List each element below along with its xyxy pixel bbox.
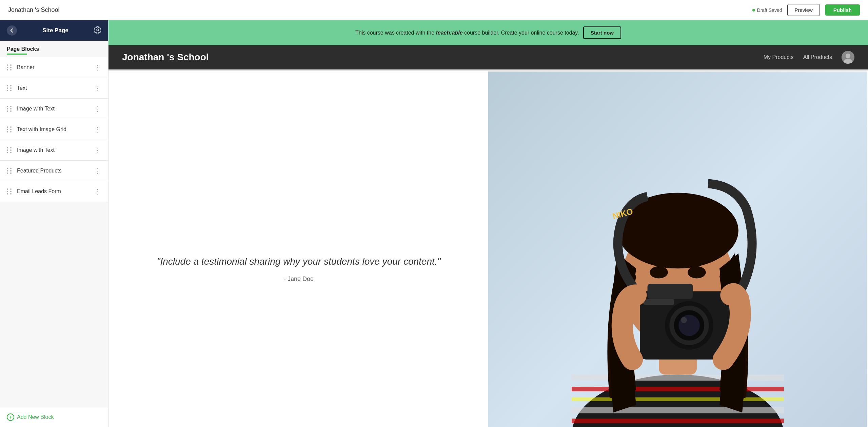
drag-handle-icon (7, 126, 12, 133)
sidebar-list: Banner ⋮ Text ⋮ Image with Text ⋮ (0, 57, 108, 407)
sidebar-item-label: Featured Products (17, 168, 62, 174)
more-options-icon[interactable]: ⋮ (94, 84, 101, 92)
start-now-button[interactable]: Start now (583, 26, 621, 39)
topbar-left: Jonathan 's School (8, 6, 60, 14)
publish-button[interactable]: Publish (825, 4, 860, 16)
drag-handle-icon (7, 168, 12, 174)
promo-brand: teach:able (436, 30, 462, 36)
sidebar-item-email-leads-form[interactable]: Email Leads Form ⋮ (0, 181, 108, 202)
draft-dot-icon (752, 9, 755, 12)
drag-handle-icon (7, 147, 12, 153)
sidebar: Site Page Page Blocks Banner ⋮ (0, 20, 108, 427)
site-nav-title: Jonathan 's School (122, 52, 209, 63)
svg-point-1 (846, 54, 850, 58)
promo-text: This course was created with the teach:a… (355, 30, 579, 36)
svg-rect-24 (644, 299, 674, 305)
promo-text-after: course builder. Create your online cours… (464, 30, 579, 36)
more-options-icon[interactable]: ⋮ (94, 125, 101, 134)
sidebar-item-left: Image with Text (7, 147, 55, 153)
sidebar-item-label: Text with Image Grid (17, 126, 66, 133)
drag-handle-icon (7, 106, 12, 112)
svg-point-23 (681, 317, 687, 323)
svg-rect-10 (572, 419, 784, 423)
sidebar-item-left: Email Leads Form (7, 188, 61, 195)
draft-saved-status: Draft Saved (752, 7, 782, 13)
testimonial-quote: "Include a testimonial sharing why your … (157, 255, 441, 269)
more-options-icon[interactable]: ⋮ (94, 167, 101, 175)
promo-text-before: This course was created with the (355, 30, 436, 36)
testimonial-section: "Include a testimonial sharing why your … (109, 72, 488, 427)
site-nav: Jonathan 's School My Products All Produ… (108, 45, 868, 69)
sidebar-item-left: Featured Products (7, 168, 62, 174)
site-nav-links: My Products All Products (764, 51, 854, 64)
site-nav-my-products[interactable]: My Products (764, 54, 794, 60)
sidebar-header-title: Site Page (42, 27, 68, 34)
preview-button[interactable]: Preview (787, 4, 820, 16)
sidebar-item-label: Banner (17, 64, 35, 70)
gear-icon[interactable] (94, 26, 101, 35)
more-options-icon[interactable]: ⋮ (94, 63, 101, 72)
testimonial-author: - Jane Doe (157, 276, 441, 283)
add-new-block-button[interactable]: + Add New Block (0, 407, 108, 427)
drag-handle-icon (7, 188, 12, 195)
sidebar-item-label: Image with Text (17, 106, 55, 112)
sidebar-item-image-with-text-1[interactable]: Image with Text ⋮ (0, 99, 108, 119)
sidebar-item-left: Text (7, 85, 27, 91)
section-underline (7, 54, 27, 55)
more-options-icon[interactable]: ⋮ (94, 105, 101, 113)
sidebar-item-text-with-image-grid[interactable]: Text with Image Grid ⋮ (0, 119, 108, 140)
sidebar-item-left: Text with Image Grid (7, 126, 66, 133)
site-nav-all-products[interactable]: All Products (803, 54, 832, 60)
image-with-text-block: "Include a testimonial sharing why your … (108, 71, 868, 427)
drag-handle-icon (7, 64, 12, 70)
sidebar-item-label: Image with Text (17, 147, 55, 153)
image-section: NIKO (488, 72, 867, 427)
sidebar-item-text[interactable]: Text ⋮ (0, 78, 108, 99)
topbar-title: Jonathan 's School (8, 6, 60, 14)
back-button[interactable] (7, 25, 17, 36)
promo-bar: This course was created with the teach:a… (108, 20, 868, 45)
canvas: This course was created with the teach:a… (108, 20, 868, 427)
svg-rect-6 (572, 374, 784, 381)
sidebar-header: Site Page (0, 20, 108, 41)
topbar-right: Draft Saved Preview Publish (752, 4, 860, 16)
sidebar-item-featured-products[interactable]: Featured Products ⋮ (0, 161, 108, 181)
person-photo: NIKO (488, 72, 867, 427)
svg-rect-8 (572, 397, 784, 401)
user-avatar[interactable] (842, 51, 854, 64)
add-circle-icon: + (7, 413, 14, 421)
topbar: Jonathan 's School Draft Saved Preview P… (0, 0, 868, 20)
drag-handle-icon (7, 85, 12, 91)
svg-point-15 (650, 266, 668, 279)
sidebar-item-image-with-text-2[interactable]: Image with Text ⋮ (0, 140, 108, 161)
svg-rect-9 (572, 407, 784, 413)
more-options-icon[interactable]: ⋮ (94, 187, 101, 196)
image-text-layout: "Include a testimonial sharing why your … (109, 72, 867, 427)
main-layout: Site Page Page Blocks Banner ⋮ (0, 20, 868, 427)
sidebar-item-banner[interactable]: Banner ⋮ (0, 57, 108, 78)
draft-saved-label: Draft Saved (757, 7, 782, 13)
sidebar-item-label: Email Leads Form (17, 188, 61, 195)
testimonial-content: "Include a testimonial sharing why your … (157, 255, 441, 283)
sidebar-item-left: Banner (7, 64, 35, 70)
sidebar-item-label: Text (17, 85, 27, 91)
svg-rect-18 (648, 284, 693, 299)
more-options-icon[interactable]: ⋮ (94, 146, 101, 154)
sidebar-item-left: Image with Text (7, 106, 55, 112)
svg-rect-7 (572, 387, 784, 391)
page-blocks-title: Page Blocks (0, 41, 108, 54)
add-block-label: Add New Block (17, 414, 54, 420)
svg-point-16 (688, 266, 706, 279)
